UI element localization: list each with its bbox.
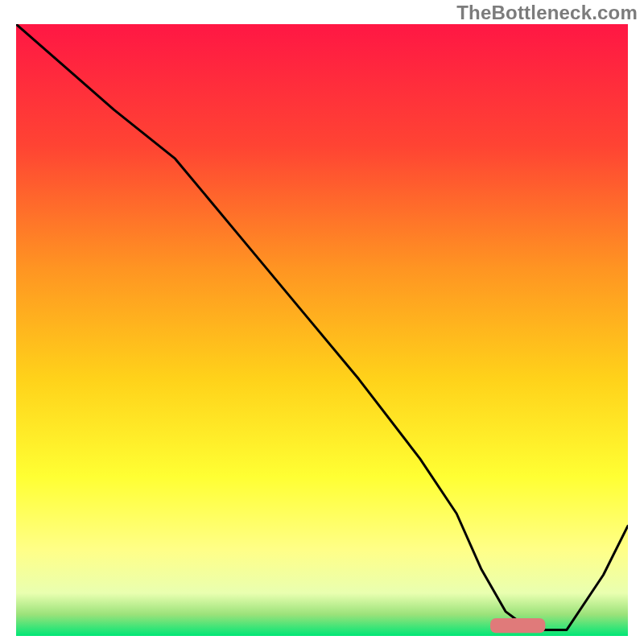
optimum-marker	[490, 618, 545, 633]
chart-svg	[16, 24, 628, 636]
plot-area	[16, 24, 628, 636]
watermark-text: TheBottleneck.com	[456, 2, 638, 24]
chart-container: TheBottleneck.com	[0, 0, 644, 644]
gradient-background	[16, 24, 628, 636]
